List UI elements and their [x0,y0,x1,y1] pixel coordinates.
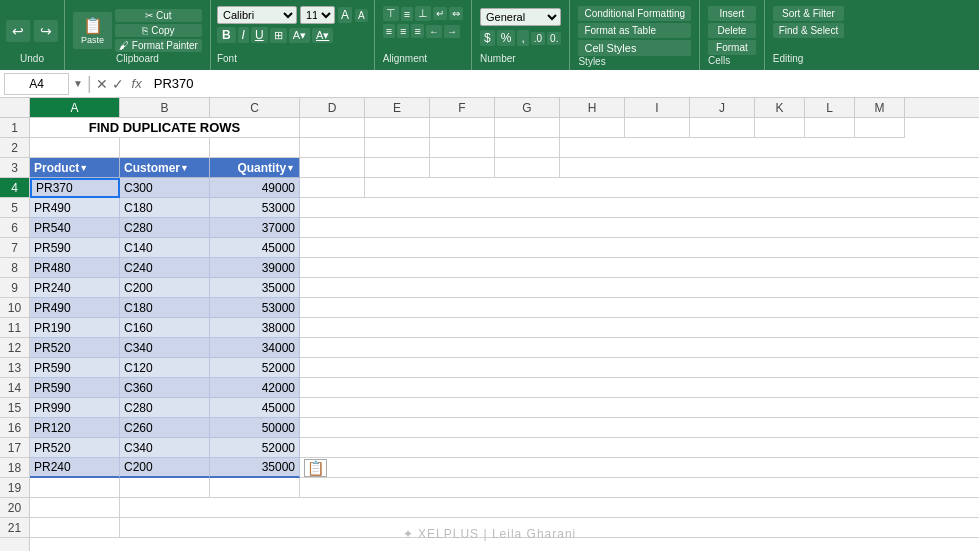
cell-F2[interactable] [430,138,495,158]
cell-D4[interactable] [300,178,365,198]
cell-B8[interactable]: C240 [120,258,210,278]
cell-A19[interactable] [30,478,120,498]
col-header-D[interactable]: D [300,98,365,117]
cell-rest3[interactable] [560,158,979,178]
cell-A7[interactable]: PR590 [30,238,120,258]
cell-B2[interactable] [120,138,210,158]
cell-C8[interactable]: 39000 [210,258,300,278]
bold-button[interactable]: B [217,27,236,43]
col-header-I[interactable]: I [625,98,690,117]
col-header-G[interactable]: G [495,98,560,117]
row-num-14[interactable]: 14 [0,378,29,398]
cell-A5[interactable]: PR490 [30,198,120,218]
undo-button[interactable]: ↩ [6,20,30,42]
cell-rest16[interactable] [300,418,979,438]
cell-A6[interactable]: PR540 [30,218,120,238]
cell-B15[interactable]: C280 [120,398,210,418]
cell-A15[interactable]: PR990 [30,398,120,418]
italic-button[interactable]: I [238,27,249,43]
cell-A17[interactable]: PR520 [30,438,120,458]
cell-E1[interactable] [365,118,430,138]
paste-button[interactable]: 📋 Paste [73,12,112,49]
name-box[interactable]: A4 [4,73,69,95]
cell-J1[interactable] [690,118,755,138]
cut-button[interactable]: ✂ Cut [115,9,202,22]
cell-A13[interactable]: PR590 [30,358,120,378]
align-center-button[interactable]: ≡ [397,24,409,38]
percent-button[interactable]: % [497,30,516,46]
cell-B18[interactable]: C200 [120,458,210,478]
cell-C2[interactable] [210,138,300,158]
cell-rest13[interactable] [300,358,979,378]
cell-A18[interactable]: PR240 [30,458,120,478]
cell-B6[interactable]: C280 [120,218,210,238]
row-num-6[interactable]: 6 [0,218,29,238]
col-header-B[interactable]: B [120,98,210,117]
sort-filter-button[interactable]: Sort & Filter [773,6,844,21]
cell-G1[interactable] [495,118,560,138]
row-num-21[interactable]: 21 [0,518,29,538]
cell-B14[interactable]: C360 [120,378,210,398]
row-num-7[interactable]: 7 [0,238,29,258]
cell-C6[interactable]: 37000 [210,218,300,238]
col-header-M[interactable]: M [855,98,905,117]
cell-rest4[interactable] [365,178,979,198]
format-cells-button[interactable]: Format [708,40,756,55]
find-select-button[interactable]: Find & Select [773,23,844,38]
cell-A2[interactable] [30,138,120,158]
cell-C7[interactable]: 45000 [210,238,300,258]
cell-rest18[interactable]: 📋 [300,458,979,478]
align-middle-button[interactable]: ≡ [401,7,413,21]
cell-G2[interactable] [495,138,560,158]
cell-G3[interactable] [495,158,560,178]
row-num-8[interactable]: 8 [0,258,29,278]
cell-I1[interactable] [625,118,690,138]
cell-C13[interactable]: 52000 [210,358,300,378]
cell-C18[interactable]: 35000 [210,458,300,478]
cell-F1[interactable] [430,118,495,138]
row-num-2[interactable]: 2 [0,138,29,158]
cell-rest12[interactable] [300,338,979,358]
dec-decrease-button[interactable]: 0. [547,32,561,45]
cell-A8[interactable]: PR480 [30,258,120,278]
underline-button[interactable]: U [251,27,268,43]
cell-A16[interactable]: PR120 [30,418,120,438]
cell-rest15[interactable] [300,398,979,418]
row-num-3[interactable]: 3 [0,158,29,178]
cell-B17[interactable]: C340 [120,438,210,458]
cell-rest5[interactable] [300,198,979,218]
cell-D1[interactable] [300,118,365,138]
cell-rest9[interactable] [300,278,979,298]
row-num-19[interactable]: 19 [0,478,29,498]
cell-rest17[interactable] [300,438,979,458]
formula-input[interactable]: PR370 [150,73,975,95]
row-num-20[interactable]: 20 [0,498,29,518]
dec-increase-button[interactable]: .0 [531,32,545,45]
cell-C16[interactable]: 50000 [210,418,300,438]
cell-D2[interactable] [300,138,365,158]
row-num-11[interactable]: 11 [0,318,29,338]
wrap-text-button[interactable]: ↵ [433,7,447,20]
borders-button[interactable]: ⊞ [270,28,287,43]
col-header-E[interactable]: E [365,98,430,117]
comma-button[interactable]: , [517,30,528,46]
cell-B10[interactable]: C180 [120,298,210,318]
cell-A10[interactable]: PR490 [30,298,120,318]
col-header-F[interactable]: F [430,98,495,117]
cell-C19[interactable] [210,478,300,498]
cell-rest7[interactable] [300,238,979,258]
cell-C14[interactable]: 42000 [210,378,300,398]
fill-color-button[interactable]: A▾ [289,28,310,43]
cell-C11[interactable]: 38000 [210,318,300,338]
cell-C5[interactable]: 53000 [210,198,300,218]
indent-decrease-button[interactable]: ← [426,25,442,38]
cell-B4[interactable]: C300 [120,178,210,198]
col-header-C[interactable]: C [210,98,300,117]
cell-C10[interactable]: 53000 [210,298,300,318]
cell-C15[interactable]: 45000 [210,398,300,418]
col-header-L[interactable]: L [805,98,855,117]
col-header-H[interactable]: H [560,98,625,117]
cancel-edit-button[interactable]: ✕ [96,76,108,92]
col-header-K[interactable]: K [755,98,805,117]
row-num-16[interactable]: 16 [0,418,29,438]
